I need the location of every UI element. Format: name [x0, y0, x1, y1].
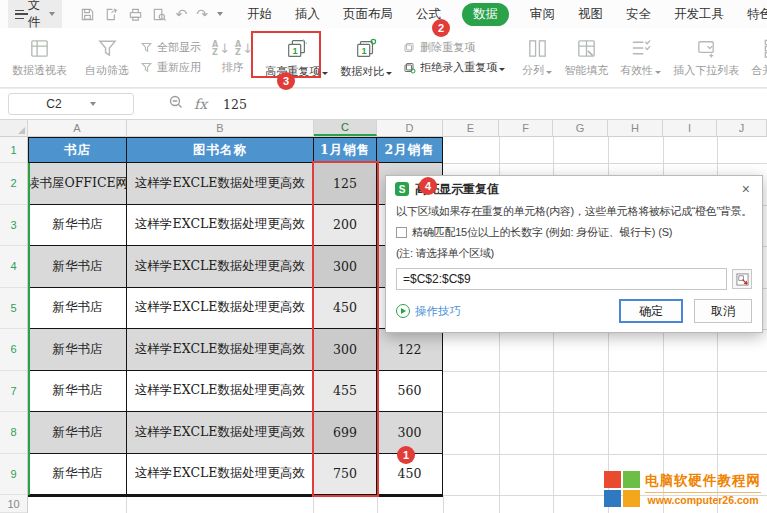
text-to-columns-label: 分列 — [522, 63, 552, 78]
text-to-columns-icon — [526, 37, 549, 60]
cell-a9[interactable]: 新华书店 — [29, 454, 127, 496]
column-header-d[interactable]: D — [377, 120, 443, 136]
cell-b3[interactable]: 这样学EXCLE数据处理更高效 — [127, 205, 314, 247]
cell-b4[interactable]: 这样学EXCLE数据处理更高效 — [127, 246, 314, 288]
annotation-step-4: 4 — [419, 177, 437, 195]
delete-duplicates-button[interactable]: 删除重复项 — [403, 40, 505, 55]
play-icon — [396, 304, 410, 318]
cell-d7[interactable]: 560 — [377, 371, 442, 413]
tab-data[interactable]: 数据 — [462, 3, 509, 26]
cell-a2[interactable]: 读书屋OFFICE网 — [29, 163, 127, 205]
row-header-1[interactable]: 1 — [0, 137, 27, 163]
column-header-i[interactable]: I — [663, 120, 717, 136]
menu-tabs: 开始 插入 页面布局 公式 数据 审阅 视图 安全 开发工具 特色功能 — [245, 3, 767, 26]
tab-developer[interactable]: 开发工具 — [672, 3, 726, 26]
dialog-title-bar[interactable]: S 高亮显示重复值 × — [386, 176, 762, 202]
autofilter-button[interactable]: 自动筛选 — [79, 37, 135, 78]
tab-insert[interactable]: 插入 — [293, 3, 322, 26]
row-header-7[interactable]: 7 — [0, 371, 27, 413]
annotation-box-toolbar — [251, 31, 321, 78]
tab-home[interactable]: 开始 — [245, 3, 274, 26]
cancel-button[interactable]: 取消 — [694, 299, 752, 323]
column-header-h[interactable]: H — [608, 120, 663, 136]
tab-review[interactable]: 审阅 — [528, 3, 557, 26]
tips-link[interactable]: 操作技巧 — [396, 304, 461, 319]
funnel-check-icon — [140, 41, 153, 54]
cell-a4[interactable]: 新华书店 — [29, 246, 127, 288]
range-input[interactable]: =$C$2:$C$9 — [396, 268, 727, 290]
cell-b9[interactable]: 这样学EXCLE数据处理更高效 — [127, 454, 314, 496]
data-compare-label: 数据对比 — [340, 64, 392, 79]
insert-dropdown-list-label: 插入下拉列表 — [673, 63, 739, 78]
insert-dropdown-list-button[interactable]: 插入下拉列表 — [667, 37, 745, 78]
row-header-3[interactable]: 3 — [0, 205, 27, 247]
text-to-columns-button[interactable]: 分列 — [516, 37, 558, 78]
print-icon[interactable] — [128, 7, 143, 22]
column-header-j[interactable]: J — [717, 120, 767, 136]
cell-b7[interactable]: 这样学EXCLE数据处理更高效 — [127, 371, 314, 413]
row-header-2[interactable]: 2 — [0, 163, 27, 205]
column-header-g[interactable]: G — [553, 120, 608, 136]
reject-duplicates-button[interactable]: 拒绝录入重复项 — [403, 60, 505, 75]
range-picker-button[interactable] — [732, 269, 752, 289]
row-header-6[interactable]: 6 — [0, 329, 27, 371]
reapply-button[interactable]: 重新应用 — [140, 60, 201, 75]
data-compare-button[interactable]: 1 数据对比 — [334, 37, 398, 79]
export-icon[interactable] — [104, 7, 119, 22]
show-all-button[interactable]: 全部显示 — [140, 40, 201, 55]
reject-duplicates-label: 拒绝录入重复项 — [420, 60, 505, 75]
cell-a5[interactable]: 新华书店 — [29, 288, 127, 330]
menu-bar: 文件 ↶ ↷ 开始 插入 页面布局 公式 数据 审阅 视图 安全 开发工具 特色… — [0, 0, 767, 28]
cell-b2[interactable]: 这样学EXCLE数据处理更高效 — [127, 163, 314, 205]
tab-view[interactable]: 视图 — [576, 3, 605, 26]
formula-input[interactable]: 125 — [223, 97, 247, 112]
cell-a3[interactable]: 新华书店 — [29, 205, 127, 247]
column-header-e[interactable]: E — [443, 120, 499, 136]
row-header-5[interactable]: 5 — [0, 288, 27, 330]
redo-icon[interactable]: ↷ — [196, 7, 208, 21]
table-header-cell[interactable]: 2月销售 — [377, 138, 442, 163]
undo-icon[interactable]: ↶ — [176, 7, 188, 21]
insert-function-icon[interactable]: fx — [194, 96, 207, 112]
checkbox[interactable] — [396, 227, 407, 238]
tab-security[interactable]: 安全 — [624, 3, 653, 26]
smart-fill-button[interactable]: 智能填充 — [558, 37, 614, 78]
cell-b8[interactable]: 这样学EXCLE数据处理更高效 — [127, 412, 314, 454]
column-header-a[interactable]: A — [28, 120, 127, 136]
cell-a8[interactable]: 新华书店 — [29, 412, 127, 454]
table-header-cell[interactable]: 1月销售 — [314, 138, 377, 163]
column-header-c[interactable]: C — [314, 120, 377, 136]
ok-button[interactable]: 确定 — [619, 299, 683, 323]
print-preview-icon[interactable] — [152, 7, 167, 22]
watermark-url: www.computer26.com — [645, 492, 761, 506]
cell-a7[interactable]: 新华书店 — [29, 371, 127, 413]
autofilter-label: 自动筛选 — [85, 63, 129, 78]
tab-special-features[interactable]: 特色功能 — [745, 3, 767, 26]
row-header-8[interactable]: 8 — [0, 412, 27, 454]
tab-page-layout[interactable]: 页面布局 — [341, 3, 395, 26]
toolbar-options-chevron-icon[interactable] — [217, 12, 223, 16]
save-icon[interactable] — [80, 7, 95, 22]
table-header-cell[interactable]: 书店 — [29, 138, 127, 163]
row-header-10[interactable]: 10 — [0, 495, 27, 513]
exact-match-checkbox-row[interactable]: 精确匹配15位以上的长数字 (例如: 身份证、银行卡) (S) — [396, 225, 752, 240]
cell-d6[interactable]: 122 — [377, 329, 442, 371]
column-header-b[interactable]: B — [127, 120, 314, 136]
cell-b6[interactable]: 这样学EXCLE数据处理更高效 — [127, 329, 314, 371]
reject-duplicates-icon — [403, 61, 416, 74]
name-box[interactable]: C2 — [8, 93, 134, 115]
cell-a6[interactable]: 新华书店 — [29, 329, 127, 371]
consolidate-button[interactable]: 合并计算 — [745, 37, 767, 78]
select-all-corner[interactable] — [0, 120, 28, 136]
validation-icon — [629, 37, 652, 60]
column-header-f[interactable]: F — [499, 120, 553, 136]
table-header-cell[interactable]: 图书名称 — [127, 138, 314, 163]
row-header-4[interactable]: 4 — [0, 246, 27, 288]
zoom-out-icon[interactable] — [168, 94, 184, 114]
close-icon[interactable]: × — [739, 181, 753, 197]
pivot-table-button[interactable]: 数据透视表 — [6, 37, 73, 78]
data-compare-icon: 1 — [354, 37, 378, 61]
row-header-9[interactable]: 9 — [0, 454, 27, 496]
cell-b5[interactable]: 这样学EXCLE数据处理更高效 — [127, 288, 314, 330]
validation-button[interactable]: 有效性 — [614, 37, 667, 78]
